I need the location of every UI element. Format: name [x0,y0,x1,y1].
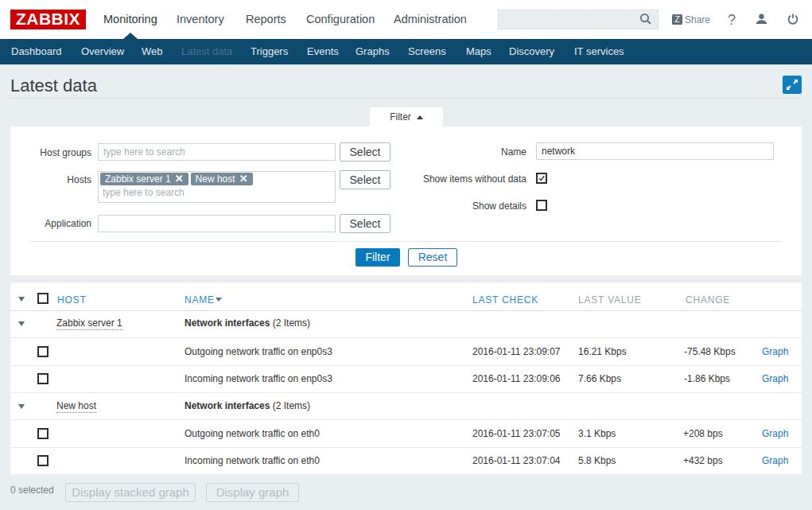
svg-text:Z: Z [674,14,680,24]
